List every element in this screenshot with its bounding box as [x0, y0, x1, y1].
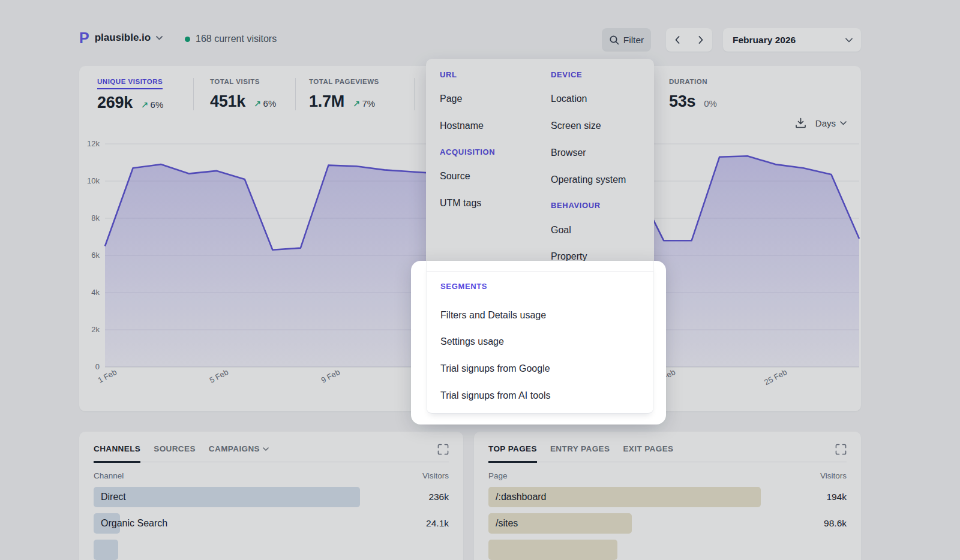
segment-item-filters-and-details-usage[interactable]: Filters and Details usage — [440, 310, 546, 323]
segment-item-settings-usage[interactable]: Settings usage — [440, 336, 504, 350]
segment-item-trial-signups-from-ai-tools[interactable]: Trial signups from AI tools — [440, 390, 550, 404]
divider — [427, 272, 653, 272]
segments-group-title: SEGMENTS — [440, 282, 487, 294]
segments-spotlight: SEGMENTS Filters and Details usage Setti… — [411, 261, 666, 424]
filter-dropdown-segments-section: SEGMENTS Filters and Details usage Setti… — [426, 261, 654, 414]
segment-item-trial-signups-from-google[interactable]: Trial signups from Google — [440, 363, 550, 377]
